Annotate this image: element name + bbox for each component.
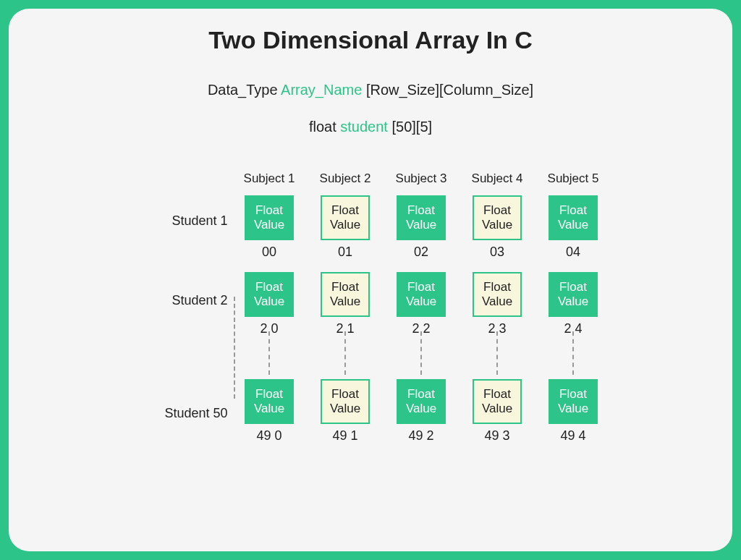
page-title: Two Dimensional Array In C — [38, 26, 703, 54]
row-labels: . Student 1 Student 2 Student 50 — [141, 171, 228, 449]
index-2-3: 49 3 — [484, 428, 509, 449]
row-label-0: Student 1 — [141, 195, 228, 246]
cell-1-1: Float Value — [321, 272, 370, 317]
cell-2-2: Float Value — [397, 379, 446, 424]
index-0-3: 03 — [490, 245, 504, 265]
index-2-1: 49 1 — [332, 428, 357, 449]
col-header-2: Subject 3 — [396, 171, 447, 190]
vertical-ellipsis-3 — [496, 331, 498, 375]
col-3: Subject 4 Float Value 03 Float Value 2 3… — [470, 171, 525, 449]
vertical-ellipsis-2 — [420, 331, 422, 375]
col-2: Subject 3 Float Value 02 Float Value 2 2… — [394, 171, 449, 449]
cell-1-2: Float Value — [397, 272, 446, 317]
columns-container: Subject 1 Float Value 00 Float Value 2 0… — [242, 171, 601, 449]
example-dims: [50][5] — [388, 119, 432, 135]
col-1: Subject 2 Float Value 01 Float Value 2 1… — [318, 171, 373, 449]
cell-0-1: Float Value — [321, 195, 370, 240]
vertical-ellipsis-4 — [572, 331, 574, 375]
index-0-0: 00 — [262, 245, 276, 265]
cell-1-3: Float Value — [473, 272, 522, 317]
cell-2-4: Float Value — [549, 379, 598, 424]
array-grid: . Student 1 Student 2 Student 50 Subject… — [38, 171, 703, 449]
cell-2-1: Float Value — [321, 379, 370, 424]
cell-0-2: Float Value — [397, 195, 446, 240]
index-2-0: 49 0 — [256, 428, 281, 449]
example-declaration: float student [50][5] — [38, 119, 703, 135]
row-label-2: Student 50 — [141, 388, 228, 438]
example-arrayname: student — [340, 119, 388, 135]
diagram-frame: Two Dimensional Array In C Data_Type Arr… — [9, 9, 732, 551]
example-datatype: float — [309, 119, 340, 135]
cell-0-3: Float Value — [473, 195, 522, 240]
syntax-arrayname: Array_Name — [281, 82, 362, 98]
row-label-1: Student 2 — [141, 275, 228, 326]
syntax-datatype: Data_Type — [208, 82, 281, 98]
index-2-2: 49 2 — [408, 428, 433, 449]
vertical-ellipsis-left — [234, 297, 235, 399]
col-header-0: Subject 1 — [244, 171, 295, 190]
cell-1-4: Float Value — [549, 272, 598, 317]
col-header-3: Subject 4 — [472, 171, 523, 190]
index-0-4: 04 — [566, 245, 580, 265]
cell-0-0: Float Value — [245, 195, 294, 240]
col-header-4: Subject 5 — [548, 171, 599, 190]
col-header-1: Subject 2 — [320, 171, 371, 190]
col-4: Subject 5 Float Value 04 Float Value 2 4… — [546, 171, 601, 449]
index-0-1: 01 — [338, 245, 352, 265]
vertical-ellipsis-0 — [268, 331, 270, 375]
index-0-2: 02 — [414, 245, 428, 265]
cell-0-4: Float Value — [549, 195, 598, 240]
cell-1-0: Float Value — [245, 272, 294, 317]
syntax-declaration: Data_Type Array_Name [Row_Size][Column_S… — [38, 82, 703, 98]
col-0: Subject 1 Float Value 00 Float Value 2 0… — [242, 171, 297, 449]
vertical-ellipsis-1 — [344, 331, 346, 375]
cell-2-0: Float Value — [245, 379, 294, 424]
cell-2-3: Float Value — [473, 379, 522, 424]
index-2-4: 49 4 — [560, 428, 585, 449]
syntax-dims: [Row_Size][Column_Size] — [362, 82, 533, 98]
